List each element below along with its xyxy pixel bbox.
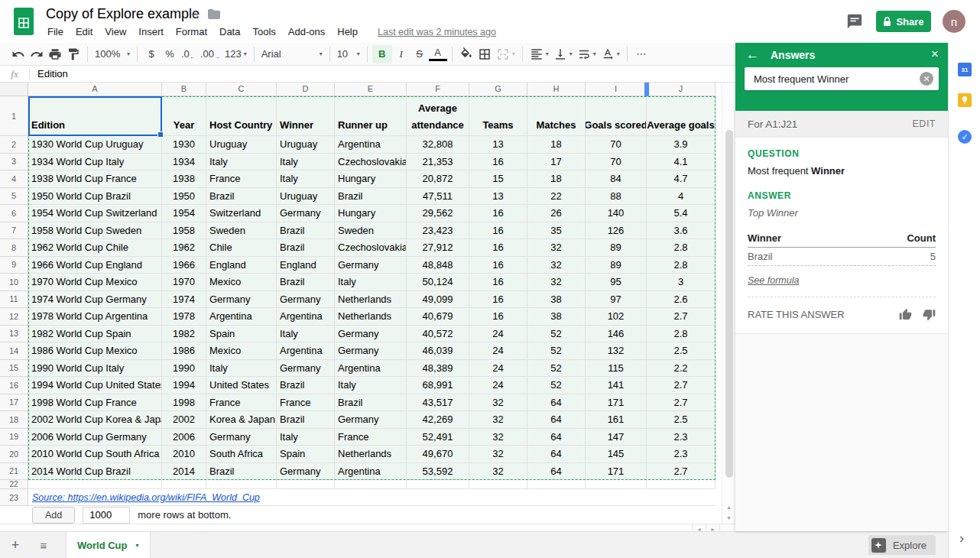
cell[interactable]: France xyxy=(335,429,407,446)
menu-item-format[interactable]: Format xyxy=(170,24,213,39)
cell[interactable]: England xyxy=(277,257,335,274)
cell[interactable]: 38 xyxy=(527,308,586,326)
cell[interactable]: 29,562 xyxy=(407,205,469,222)
row-number[interactable]: 13 xyxy=(0,326,28,343)
cell[interactable]: 32 xyxy=(469,394,527,412)
cell[interactable]: 21,353 xyxy=(407,154,469,171)
redo-button[interactable] xyxy=(28,45,46,63)
cell[interactable]: 24 xyxy=(469,326,527,343)
cell[interactable]: 1970 xyxy=(162,274,206,291)
cell[interactable]: Italy xyxy=(206,154,277,171)
cell[interactable]: Germany xyxy=(277,291,335,309)
cell[interactable]: 13 xyxy=(469,188,527,206)
cell[interactable]: 16 xyxy=(469,222,527,240)
fill-color-button[interactable] xyxy=(457,45,475,63)
star-icon[interactable]: ☆ xyxy=(190,8,200,22)
cell[interactable]: Uruguay xyxy=(277,188,335,206)
column-header-H[interactable]: H xyxy=(527,83,586,96)
menu-item-add-ons[interactable]: Add-ons xyxy=(282,24,331,39)
cell[interactable]: 171 xyxy=(586,463,647,481)
cell[interactable]: Year xyxy=(162,96,206,136)
cell[interactable]: 145 xyxy=(586,446,647,463)
cell[interactable]: 32,808 xyxy=(407,136,469,154)
cell[interactable]: 32 xyxy=(527,239,586,257)
cell[interactable]: 70 xyxy=(586,154,647,171)
row-number[interactable]: 7 xyxy=(0,222,28,240)
cell[interactable]: 26 xyxy=(527,205,586,222)
cell[interactable]: 38 xyxy=(527,291,586,309)
cell[interactable]: 1990 xyxy=(162,360,206,378)
cell[interactable]: Italy xyxy=(277,154,335,171)
cell[interactable]: 52 xyxy=(527,342,586,360)
cell[interactable]: 1978 World Cup Argentina xyxy=(28,308,162,326)
cell[interactable]: Switzerland xyxy=(206,205,277,222)
cell[interactable]: Argentina xyxy=(335,463,407,481)
cell[interactable]: Average goals xyxy=(647,96,716,136)
cell[interactable]: 2.8 xyxy=(647,239,716,257)
cell[interactable]: 1930 World Cup Uruguay xyxy=(28,136,162,154)
cell[interactable]: Spain xyxy=(277,446,335,463)
cell[interactable]: 64 xyxy=(527,446,586,463)
cell[interactable]: 20,872 xyxy=(407,170,469,188)
cell[interactable]: Hungary xyxy=(335,170,407,188)
cell[interactable]: Average attendance xyxy=(407,96,469,136)
cell[interactable]: 18 xyxy=(527,136,586,154)
cell[interactable]: 2.2 xyxy=(647,360,716,378)
cell[interactable]: 17 xyxy=(527,154,586,171)
all-sheets-icon[interactable]: ≡ xyxy=(31,539,57,552)
cell[interactable]: 1974 World Cup Germany xyxy=(28,291,162,309)
cell[interactable]: 52 xyxy=(527,326,586,343)
cell[interactable]: 1970 World Cup Mexico xyxy=(28,274,162,291)
add-rows-count-input[interactable] xyxy=(83,507,130,524)
cell[interactable]: 35 xyxy=(527,222,586,240)
text-color-button[interactable]: A xyxy=(429,47,447,61)
cell[interactable]: 2.8 xyxy=(647,257,716,274)
clear-search-icon[interactable]: ✕ xyxy=(920,72,933,86)
cell[interactable]: 1950 xyxy=(162,188,206,206)
cell[interactable]: 5.4 xyxy=(647,205,716,222)
cell[interactable]: Korea & Japan xyxy=(206,411,277,429)
add-sheet-button[interactable]: + xyxy=(0,537,31,553)
cell[interactable]: 2010 xyxy=(162,446,206,463)
cell[interactable]: 89 xyxy=(586,257,647,274)
cell[interactable]: France xyxy=(206,394,277,412)
cell[interactable]: 2.3 xyxy=(647,446,716,463)
cell[interactable]: Brazil xyxy=(206,188,277,206)
cell[interactable]: Argentina xyxy=(277,342,335,360)
cell[interactable]: 89 xyxy=(586,239,647,257)
cell[interactable]: 2.7 xyxy=(647,308,716,326)
cell[interactable] xyxy=(162,480,206,489)
column-header-G[interactable]: G xyxy=(469,83,527,96)
cell[interactable]: 16 xyxy=(469,257,527,274)
cell[interactable]: 64 xyxy=(527,411,586,429)
cell[interactable]: Netherlands xyxy=(335,308,407,326)
cell[interactable]: 1962 World Cup Chile xyxy=(28,239,162,257)
cell[interactable]: 2014 xyxy=(162,463,206,481)
undo-button[interactable] xyxy=(9,45,28,63)
cell[interactable]: 132 xyxy=(586,342,647,360)
keep-icon[interactable] xyxy=(958,93,972,107)
column-header-A[interactable]: A xyxy=(28,83,162,96)
cell[interactable]: 4.1 xyxy=(647,154,716,171)
cell[interactable]: 52 xyxy=(527,360,586,378)
cell[interactable]: 1930 xyxy=(162,136,206,154)
cell[interactable]: 2002 World Cup Korea & Japan xyxy=(28,411,162,429)
cell[interactable]: 4 xyxy=(647,188,716,206)
cell[interactable]: 1986 xyxy=(162,342,206,360)
paint-format-button[interactable] xyxy=(64,45,83,63)
cell[interactable]: Goals scored xyxy=(586,96,647,136)
cell[interactable]: 1958 World Cup Sweden xyxy=(28,222,162,240)
cell[interactable]: Germany xyxy=(277,463,335,481)
row-number[interactable]: 14 xyxy=(0,342,28,360)
horizontal-align-button[interactable]: ▾ xyxy=(527,45,551,63)
cell[interactable]: 24 xyxy=(469,360,527,378)
cell[interactable]: Germany xyxy=(277,360,335,378)
cell[interactable]: 22 xyxy=(527,188,586,206)
row-number[interactable]: 22 xyxy=(0,480,28,489)
cell[interactable]: 126 xyxy=(586,222,647,240)
back-arrow-icon[interactable]: ← xyxy=(746,47,759,63)
cell[interactable]: 13 xyxy=(469,136,527,154)
cell[interactable]: Host Country xyxy=(206,96,277,136)
cell[interactable]: 3 xyxy=(647,274,716,291)
cell[interactable]: Chile xyxy=(206,239,277,257)
